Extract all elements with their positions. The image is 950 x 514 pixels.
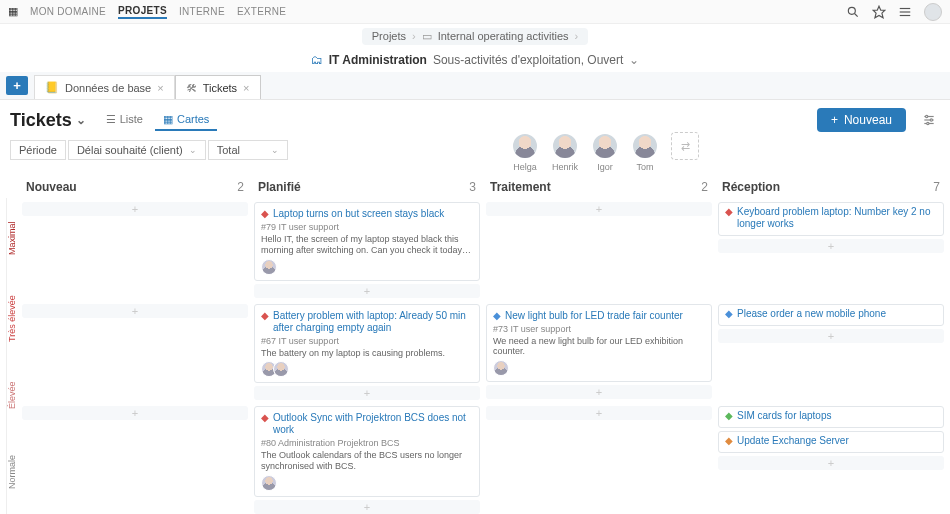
add-card-button[interactable]: +: [486, 385, 712, 399]
nav-interne[interactable]: INTERNE: [179, 6, 225, 17]
cell-treselevee-reception[interactable]: ◆Please order a new mobile phone+: [718, 304, 944, 401]
add-card-button[interactable]: +: [254, 500, 480, 514]
priority-elevee: Élevée: [6, 360, 16, 430]
cell-elevee-reception[interactable]: ◆SIM cards for laptops◆Update Exchange S…: [718, 406, 944, 514]
avatar[interactable]: [924, 3, 942, 21]
cell-treselevee-nouveau[interactable]: +: [22, 304, 248, 401]
new-button[interactable]: + Nouveau: [817, 108, 906, 132]
priority-icon: ◆: [725, 308, 733, 320]
add-card-button[interactable]: +: [254, 386, 480, 400]
folder-icon: ▭: [422, 30, 432, 43]
avatar: [511, 132, 539, 160]
person-helga[interactable]: Helga: [511, 132, 539, 172]
filter-periode[interactable]: Période: [10, 140, 66, 160]
breadcrumb-mid[interactable]: Internal operating activities: [438, 30, 569, 42]
project-icon: 🗂: [311, 53, 323, 67]
card-title: ◆SIM cards for laptops: [725, 410, 937, 422]
ticket-card[interactable]: ◆Please order a new mobile phone: [718, 304, 944, 326]
add-card-button[interactable]: +: [718, 329, 944, 343]
board-settings-button[interactable]: [918, 113, 940, 127]
chevron-right-icon: ›: [412, 30, 416, 42]
priority-normale: Normale: [6, 430, 16, 514]
lane-header-traitement: Traitement2: [486, 178, 712, 196]
add-card-button[interactable]: +: [486, 406, 712, 420]
add-tab-button[interactable]: +: [6, 76, 28, 95]
search-icon[interactable]: [846, 5, 860, 19]
card-meta: #79 IT user support: [261, 222, 473, 232]
ticket-card[interactable]: ◆SIM cards for laptops: [718, 406, 944, 428]
cell-maximal-traitement[interactable]: +: [486, 202, 712, 298]
priority-icon: ◆: [261, 208, 269, 220]
svg-point-11: [927, 122, 929, 124]
ticket-card[interactable]: ◆New light bulb for LED trade fair count…: [486, 304, 712, 383]
swap-people[interactable]: ⇄: [671, 132, 699, 172]
lane-header-planifie: Planifié3: [254, 178, 480, 196]
tab-donnees-de-base[interactable]: 📒 Données de base ×: [34, 75, 175, 99]
context-bar: 🗂 IT Administration Sous-activités d'exp…: [0, 48, 950, 72]
cell-maximal-nouveau[interactable]: +: [22, 202, 248, 298]
chevron-down-icon: ⌄: [189, 145, 197, 155]
person-igor[interactable]: Igor: [591, 132, 619, 172]
card-avatars: [261, 475, 473, 491]
chevron-down-icon[interactable]: ⌄: [76, 113, 86, 127]
cell-elevee-nouveau[interactable]: +: [22, 406, 248, 514]
data-icon: 📒: [45, 81, 59, 94]
cell-elevee-planifie[interactable]: ◆Outlook Sync with Projektron BCS does n…: [254, 406, 480, 514]
breadcrumb-root[interactable]: Projets: [372, 30, 406, 42]
close-icon[interactable]: ×: [157, 82, 163, 94]
card-desc: Hello IT, the screen of my laptop stayed…: [261, 234, 473, 256]
add-card-button[interactable]: +: [254, 284, 480, 298]
add-card-button[interactable]: +: [22, 202, 248, 216]
breadcrumb[interactable]: Projets › ▭ Internal operating activitie…: [362, 28, 588, 45]
tab-label: Données de base: [65, 82, 151, 94]
tabs-bar: + 📒 Données de base × 🛠 Tickets ×: [0, 72, 950, 100]
tab-tickets[interactable]: 🛠 Tickets ×: [175, 75, 261, 99]
title-bar: Tickets ⌄ ☰ Liste ▦ Cartes + Nouveau: [0, 100, 950, 136]
add-card-button[interactable]: +: [22, 406, 248, 420]
chevron-down-icon[interactable]: ⌄: [629, 53, 639, 67]
star-icon[interactable]: [872, 5, 886, 19]
svg-marker-2: [873, 6, 885, 18]
filter-total[interactable]: Total⌄: [208, 140, 288, 160]
priority-icon: ◆: [725, 435, 733, 447]
ticket-card[interactable]: ◆Laptop turns on but screen stays black#…: [254, 202, 480, 281]
card-desc: The battery on my laptop is causing prob…: [261, 348, 473, 359]
cell-maximal-reception[interactable]: ◆Keyboard problem laptop: Number key 2 n…: [718, 202, 944, 298]
chevron-right-icon: ›: [575, 30, 579, 42]
swap-icon: ⇄: [671, 132, 699, 160]
avatar: [261, 259, 277, 275]
view-list-button[interactable]: ☰ Liste: [98, 110, 151, 131]
priority-icon: ◆: [725, 206, 733, 230]
person-tom[interactable]: Tom: [631, 132, 659, 172]
card-title: ◆New light bulb for LED trade fair count…: [493, 310, 705, 322]
menu-icon[interactable]: [898, 5, 912, 19]
add-card-button[interactable]: +: [486, 202, 712, 216]
ticket-card[interactable]: ◆Battery problem with laptop: Already 50…: [254, 304, 480, 384]
nav-externe[interactable]: EXTERNE: [237, 6, 286, 17]
nav-projets[interactable]: PROJETS: [118, 5, 167, 19]
avatar: [261, 475, 277, 491]
person-henrik[interactable]: Henrik: [551, 132, 579, 172]
domain-icon: ▦: [8, 5, 18, 18]
cell-maximal-planifie[interactable]: ◆Laptop turns on but screen stays black#…: [254, 202, 480, 298]
add-card-button[interactable]: +: [22, 304, 248, 318]
cell-elevee-traitement[interactable]: +: [486, 406, 712, 514]
avatar: [493, 360, 509, 376]
cell-treselevee-planifie[interactable]: ◆Battery problem with laptop: Already 50…: [254, 304, 480, 401]
add-card-button[interactable]: +: [718, 239, 944, 253]
add-card-button[interactable]: +: [718, 456, 944, 470]
nav-mon-domaine[interactable]: MON DOMAINE: [30, 6, 106, 17]
card-meta: #73 IT user support: [493, 324, 705, 334]
tickets-icon: 🛠: [186, 82, 197, 94]
view-cards-button[interactable]: ▦ Cartes: [155, 110, 217, 131]
filter-delai[interactable]: Délai souhaité (client)⌄: [68, 140, 206, 160]
close-icon[interactable]: ×: [243, 82, 249, 94]
cards-icon: ▦: [163, 113, 173, 126]
ticket-card[interactable]: ◆Outlook Sync with Projektron BCS does n…: [254, 406, 480, 497]
ticket-card[interactable]: ◆Keyboard problem laptop: Number key 2 n…: [718, 202, 944, 236]
ticket-card[interactable]: ◆Update Exchange Server: [718, 431, 944, 453]
priority-labels: Maximal Très élevée Élevée Normale Faibl…: [6, 198, 16, 514]
card-title: ◆Outlook Sync with Projektron BCS does n…: [261, 412, 473, 436]
chevron-down-icon: ⌄: [271, 145, 279, 155]
cell-treselevee-traitement[interactable]: ◆New light bulb for LED trade fair count…: [486, 304, 712, 401]
